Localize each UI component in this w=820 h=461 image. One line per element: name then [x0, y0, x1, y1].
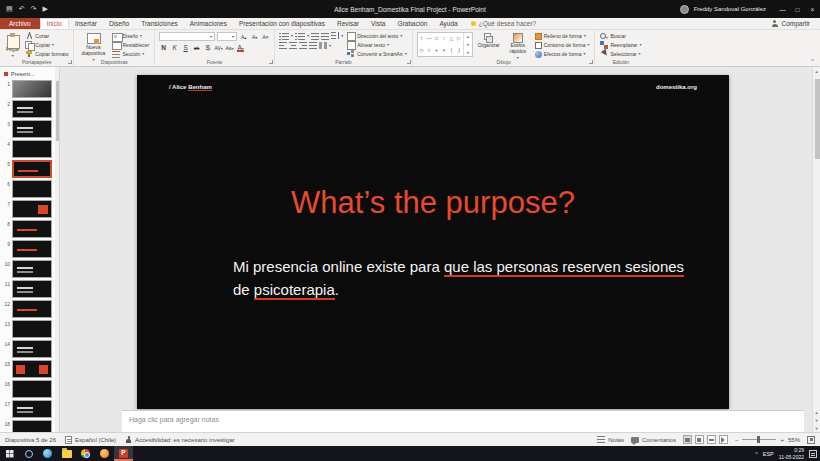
tab-transiciones[interactable]: Transiciones: [135, 18, 184, 29]
format-painter-button[interactable]: Copiar formato: [24, 50, 69, 58]
scrollbar-thumb[interactable]: [815, 79, 820, 159]
slide-thumbnail-10[interactable]: 10: [0, 260, 59, 280]
slide-thumbnail-image[interactable]: [12, 200, 52, 218]
slide-thumbnail-image[interactable]: [12, 100, 52, 118]
zoom-slider[interactable]: [742, 439, 776, 440]
slide-counter[interactable]: Diapositiva 5 de 26: [5, 437, 56, 443]
slide-thumbnail-1[interactable]: 1: [0, 80, 59, 100]
normal-view-button[interactable]: [683, 435, 692, 444]
slide-thumbnail-9[interactable]: 9: [0, 240, 59, 260]
tab-archivo[interactable]: Archivo: [0, 18, 40, 29]
justify-icon[interactable]: [309, 42, 317, 49]
zoom-out-icon[interactable]: −: [735, 437, 739, 443]
cut-button[interactable]: Cortar: [24, 32, 69, 40]
slide-thumbnail-4[interactable]: 4: [0, 140, 59, 160]
tell-me-box[interactable]: ¿Qué desea hacer?: [464, 18, 543, 29]
taskbar-file-explorer[interactable]: [57, 446, 76, 461]
tab-grabación[interactable]: Grabación: [391, 18, 433, 29]
slide-thumbnail-6[interactable]: 6: [0, 180, 59, 200]
slide-thumbnail-image[interactable]: [12, 80, 52, 98]
slide-thumbnail-image[interactable]: [12, 380, 52, 398]
start-button[interactable]: [0, 446, 19, 461]
slide-thumbnail-18[interactable]: 18: [0, 420, 59, 432]
accessibility-status[interactable]: Accesibilidad: es necesario investigar: [125, 436, 235, 443]
slide-sorter-view-button[interactable]: [695, 435, 704, 444]
shapes-gallery[interactable]: \—□○△▷ ◇☆+×() ▴ ▾ ▾: [417, 32, 473, 57]
slide-thumbnail-image[interactable]: [12, 120, 52, 138]
slide-thumbnail-image[interactable]: [12, 160, 52, 178]
slide-canvas[interactable]: / Alice Benham domestika.org What’s the …: [137, 75, 729, 409]
increase-indent-icon[interactable]: [321, 33, 329, 40]
slide-thumbnail-image[interactable]: [12, 260, 52, 278]
close-button[interactable]: ×: [805, 0, 820, 18]
hidden-icons-chevron[interactable]: ^: [755, 451, 758, 457]
spell-check-status[interactable]: Español (Chile): [65, 436, 116, 444]
notes-pane[interactable]: Haga clic para agregar notas: [122, 410, 804, 432]
tab-ayuda[interactable]: Ayuda: [433, 18, 463, 29]
slide-thumbnail-image[interactable]: [12, 240, 52, 258]
vertical-scrollbar[interactable]: ▲ ▲ ▼ ▼: [812, 67, 820, 432]
notes-toggle[interactable]: Notas: [597, 436, 624, 443]
tab-insertar[interactable]: Insertar: [69, 18, 103, 29]
gallery-down-icon[interactable]: ▾: [467, 42, 469, 47]
decrease-indent-icon[interactable]: [311, 33, 319, 40]
taskbar-firefox[interactable]: [95, 446, 114, 461]
slide-thumbnail-image[interactable]: [12, 320, 52, 338]
text-shadow-button[interactable]: S: [203, 43, 212, 52]
redo-icon[interactable]: ↷: [31, 5, 37, 13]
tab-inicio[interactable]: Inicio: [40, 18, 69, 29]
line-spacing-icon[interactable]: [331, 32, 339, 40]
bullets-icon[interactable]: [279, 33, 289, 40]
slide-site-text[interactable]: domestika.org: [656, 84, 697, 90]
tab-vista[interactable]: Vista: [365, 18, 391, 29]
start-slideshow-icon[interactable]: ▶: [42, 5, 47, 13]
comments-toggle[interactable]: Comentarios: [631, 437, 676, 443]
align-text-button[interactable]: Alinear texto▾: [346, 41, 408, 49]
numbering-icon[interactable]: [295, 33, 305, 40]
align-right-icon[interactable]: [299, 42, 307, 49]
slide-thumbnail-image[interactable]: [12, 220, 52, 238]
slide-thumbnail-16[interactable]: 16: [0, 380, 59, 400]
slide-thumbnail-image[interactable]: [12, 420, 52, 432]
slide-thumbnail-15[interactable]: 15: [0, 360, 59, 380]
zoom-level[interactable]: 55%: [788, 437, 800, 443]
tab-diseño[interactable]: Diseño: [103, 18, 135, 29]
share-button[interactable]: Compartir: [761, 18, 820, 29]
previous-slide-icon[interactable]: ▲: [813, 408, 820, 416]
dialog-launcher-icon[interactable]: [269, 60, 273, 64]
italic-button[interactable]: K: [170, 43, 179, 52]
grow-font-button[interactable]: A▴: [239, 32, 248, 41]
taskbar-powerpoint[interactable]: P: [114, 446, 133, 461]
new-slide-button[interactable]: Nueva diapositiva ▾: [78, 32, 108, 63]
tab-animaciones[interactable]: Animaciones: [184, 18, 233, 29]
slide-thumbnail-14[interactable]: 14: [0, 340, 59, 360]
clear-formatting-button[interactable]: A×: [261, 32, 270, 41]
layout-button[interactable]: Diseño▾: [111, 32, 150, 40]
search-button[interactable]: [19, 446, 38, 461]
shape-fill-button[interactable]: Relleno de forma▾: [534, 32, 591, 40]
find-button[interactable]: Buscar: [599, 32, 642, 40]
reading-view-button[interactable]: [707, 435, 716, 444]
slide-thumbnail-image[interactable]: [12, 360, 52, 378]
maximize-button[interactable]: □: [790, 0, 805, 18]
character-spacing-button[interactable]: AV▾: [214, 43, 223, 52]
arrange-button[interactable]: Organizar: [476, 32, 502, 50]
dialog-launcher-icon[interactable]: [589, 60, 593, 64]
text-direction-button[interactable]: Dirección del texto▾: [346, 32, 408, 40]
slide-thumbnail-11[interactable]: 11: [0, 280, 59, 300]
user-name[interactable]: Freddy Sandoval González: [694, 6, 766, 12]
thumbnail-scrollbar[interactable]: [55, 67, 59, 432]
strikethrough-button[interactable]: ab: [192, 43, 201, 52]
user-avatar[interactable]: [680, 5, 689, 14]
slide-thumbnail-7[interactable]: 7: [0, 200, 59, 220]
dialog-launcher-icon[interactable]: [68, 60, 72, 64]
collapse-ribbon-icon[interactable]: ^: [811, 58, 814, 64]
scroll-down-icon[interactable]: ▼: [813, 424, 820, 432]
zoom-in-icon[interactable]: +: [780, 437, 784, 443]
select-button[interactable]: Seleccionar▾: [599, 50, 642, 58]
quick-styles-button[interactable]: Estilos rápidos ▾: [505, 32, 531, 61]
font-color-button[interactable]: A▾: [236, 43, 245, 52]
convert-smartart-button[interactable]: Convertir a SmartArt▾: [346, 50, 408, 58]
slide-thumbnail-image[interactable]: [12, 400, 52, 418]
slide-thumbnail-13[interactable]: 13: [0, 320, 59, 340]
